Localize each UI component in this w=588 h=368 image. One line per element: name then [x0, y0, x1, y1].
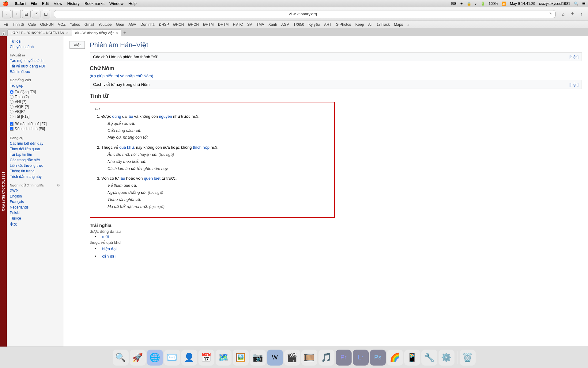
def2-link-thichhop[interactable]: thích hợp [193, 145, 209, 150]
bookmark-agv[interactable]: AGV [126, 22, 138, 27]
bookmark-dhsp[interactable]: ĐHSP [157, 22, 171, 27]
collapsible-han-viet-toggle[interactable]: [hiện] [569, 55, 579, 59]
menu-safari[interactable]: Safari [15, 1, 26, 6]
def3-link-lau[interactable]: lâu [120, 176, 125, 181]
bookmark-cafe[interactable]: Cafe [26, 22, 38, 27]
settings-icon[interactable]: ⚙ [57, 183, 60, 187]
bookmark-dhtm2[interactable]: ĐHTM [216, 22, 231, 27]
menu-help[interactable]: Help [128, 1, 137, 6]
bookmark-fb[interactable]: FB [2, 22, 10, 27]
bookmark-keep[interactable]: Keep [353, 22, 366, 27]
bookmark-otofun[interactable]: OtoFUN [38, 22, 55, 27]
bookmark-more[interactable]: » [405, 22, 411, 27]
bookmark-aht[interactable]: AHT [322, 22, 333, 27]
dock-app5[interactable]: 🔧 [421, 350, 437, 366]
sidebar-link-tai-tap-tin[interactable]: Tải tập tin lên [7, 152, 63, 157]
dock-word[interactable]: W [267, 350, 283, 366]
dock-adobe-lr[interactable]: Lr [353, 350, 369, 366]
dock-iphoto[interactable]: 📷 [250, 350, 266, 366]
def3-link-quenbiet[interactable]: quen biết [144, 176, 160, 181]
sidebar-toggle-button[interactable]: ⊟ [22, 10, 31, 18]
menu-view[interactable]: View [54, 1, 62, 6]
dock-adobe-ps[interactable]: Ps [370, 350, 386, 366]
radio-vni[interactable]: VNI (?) [10, 99, 60, 104]
bookmark-tma[interactable]: TMA [254, 22, 266, 27]
sidebar-link-thay-doi[interactable]: Thay đổi liên quan [7, 146, 63, 152]
collapsible-nom-toggle[interactable]: [hiện] [569, 82, 579, 87]
sidebar-link-lien-ket-thuong-truc[interactable]: Liên kết thường trực [7, 163, 63, 168]
def1-link-lau[interactable]: lâu [128, 114, 133, 119]
dock-safari[interactable]: 🌐 [147, 350, 163, 366]
bookmark-gear[interactable]: Gear [114, 22, 126, 27]
radio-tat[interactable]: Tắt [F12] [10, 114, 60, 119]
share-button[interactable]: ⊡ [42, 10, 50, 18]
share2-button[interactable]: ↑ [578, 10, 586, 18]
sidebar-link-turkce[interactable]: Türkçe [7, 216, 63, 221]
sidebar-link-cac-trang[interactable]: Các trang đặc biệt [7, 157, 63, 163]
tab-wiktionary[interactable]: cũ – Wiktionary tiếng Việt ✕ [72, 29, 122, 36]
bookmark-gmail[interactable]: Gmail [83, 22, 96, 27]
sidebar-link-english[interactable]: English [7, 194, 63, 199]
sidebar-link-francais[interactable]: Français [7, 199, 63, 205]
nom-help-link[interactable]: (trợ giúp hiển thị và nhập chữ Nôm) [90, 74, 153, 78]
sidebar-link-taoquyen[interactable]: Tạo một quyển sách [7, 58, 63, 63]
def2-link-quakhu[interactable]: quá khứ [119, 145, 134, 150]
def1-link-dung[interactable]: dùng [112, 114, 121, 119]
dock-app2[interactable]: 🎞️ [301, 350, 317, 366]
bookmark-sv[interactable]: SV [245, 22, 254, 27]
antonym-hien-dai[interactable]: hiện đại [97, 247, 117, 251]
new-tab-icon[interactable]: + [121, 29, 128, 36]
dock-chrome[interactable]: 🌈 [387, 350, 403, 366]
sidebar-link-tuloai[interactable]: Từ loại [7, 39, 63, 44]
dock-mail[interactable]: ✉️ [164, 350, 180, 366]
dock-app4[interactable]: 📱 [404, 350, 420, 366]
antonym-moi[interactable]: mới [97, 234, 109, 239]
radio-telex[interactable]: Telex (?) [10, 94, 60, 99]
bookmark-voz[interactable]: VOZ [56, 22, 67, 27]
dock-photos[interactable]: 🖼️ [233, 350, 249, 366]
back-button[interactable]: ‹ [2, 10, 11, 18]
bookmark-dhcn[interactable]: ĐHCN [172, 22, 186, 27]
bookmark-tinhte[interactable]: Tinh tế [11, 22, 26, 27]
sidebar-link-cac-lien-ket[interactable]: Các liên kết đến đây [7, 141, 63, 146]
bookmark-gphotos[interactable]: G.Photos [334, 22, 353, 27]
bookmark-maps[interactable]: Maps [392, 22, 405, 27]
radio-viqrstar[interactable]: VIQR* [10, 109, 60, 114]
def1-link-nguyen[interactable]: nguyên [159, 114, 172, 119]
tab-lop1t[interactable]: LỚP 1T – 2018/2019 – NGHĨA TÂN ✕ [7, 29, 72, 36]
bookmark-17track[interactable]: 17Track [375, 22, 392, 27]
apple-menu[interactable]: 🍎 [2, 1, 9, 6]
bookmark-donnha[interactable]: Dọn nhà [139, 22, 156, 27]
bookmark-dhcn2[interactable]: ĐHCN [186, 22, 201, 27]
bookmark-hvtc[interactable]: HVTC [231, 22, 245, 27]
tab-close-lop1t[interactable]: ✕ [66, 31, 69, 35]
dock-adobe-pr[interactable]: Pr [336, 350, 352, 366]
radio-tudong[interactable]: Tự động [F9] [10, 90, 60, 94]
antonym-can-dai[interactable]: cận đại [97, 254, 115, 259]
dock-app1[interactable]: 🎬 [284, 350, 300, 366]
home-button[interactable]: ⌂ [559, 10, 567, 18]
dock-app6[interactable]: ⚙️ [439, 350, 454, 366]
checkbox-dung-chinh-ta[interactable]: Đúng chính tả [F8] [10, 126, 60, 131]
menu-icon[interactable]: ☰ [582, 2, 586, 6]
menu-history[interactable]: History [67, 1, 79, 6]
bookmark-dhtm[interactable]: ĐHTM [201, 22, 216, 27]
sidebar-link-tailuong[interactable]: Tải về dưới dạng PDF [7, 63, 63, 69]
dock-calendar[interactable]: 📅 [198, 350, 214, 366]
dock-contacts[interactable]: 👤 [181, 350, 197, 366]
new-tab-button[interactable]: + [568, 10, 576, 18]
radio-viqr[interactable]: VIQR (?) [10, 104, 60, 109]
menu-file[interactable]: File [31, 1, 37, 6]
menu-bookmarks[interactable]: Bookmarks [85, 1, 104, 6]
dock-maps[interactable]: 🗺️ [216, 350, 232, 366]
sidebar-link-zhongwen[interactable]: 中文 [7, 221, 63, 228]
sidebar-link-chuyennganh[interactable]: Chuyên ngành [7, 44, 63, 50]
tab-close-wiktionary[interactable]: ✕ [115, 31, 118, 35]
forward-button[interactable]: › [12, 10, 21, 18]
sidebar-link-thong-tin[interactable]: Thông tin trang [7, 168, 63, 174]
refresh-icon[interactable]: ↻ [549, 12, 553, 17]
menu-window[interactable]: Window [109, 1, 123, 6]
menu-edit[interactable]: Edit [42, 1, 49, 6]
bookmark-ali[interactable]: Ali [366, 22, 374, 27]
bookmark-kyyeu[interactable]: Kỳ yếu [307, 22, 322, 27]
